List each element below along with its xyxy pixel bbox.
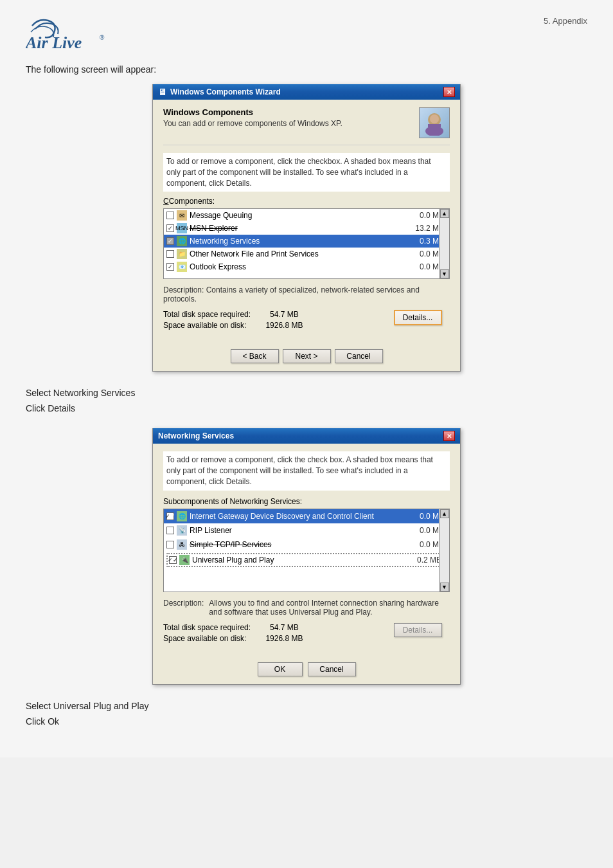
wizard-section-subtitle: You can add or remove components of Wind… bbox=[163, 119, 342, 128]
comp-size-message-queuing: 0.0 MB bbox=[405, 211, 444, 220]
scroll-up-arrow[interactable]: ▲ bbox=[440, 209, 449, 218]
icon-networking-services: 🌐 bbox=[177, 236, 187, 246]
svg-point-4 bbox=[430, 114, 439, 123]
icon-tcpip: 🖧 bbox=[177, 539, 187, 550]
components-label: CComponents: bbox=[163, 197, 450, 206]
logo: Air Live ® bbox=[26, 13, 109, 51]
comp-name-igddcc: Internet Gateway Device Discovery and Co… bbox=[190, 512, 403, 521]
checkbox-igddcc[interactable]: ✓ bbox=[166, 512, 174, 520]
net-scroll-down[interactable]: ▼ bbox=[440, 583, 449, 592]
cancel-button[interactable]: Cancel bbox=[335, 349, 383, 363]
svg-rect-5 bbox=[428, 124, 441, 127]
wizard-description: Description: Contains a variety of speci… bbox=[163, 285, 450, 303]
checkbox-tcpip[interactable] bbox=[166, 541, 174, 548]
back-button[interactable]: < Back bbox=[231, 349, 279, 363]
subcomp-item-tcpip[interactable]: 🖧 Simple TCP/IP Services 0.0 MB bbox=[164, 538, 449, 552]
subcomponents-list[interactable]: ✓ 🌐 Internet Gateway Device Discovery an… bbox=[163, 509, 450, 592]
component-item-other-network[interactable]: 📁 Other Network File and Print Services … bbox=[164, 248, 449, 260]
disk-available-value: 1926.8 MB bbox=[265, 321, 303, 330]
disk-space-section: Total disk space required: 54.7 MB Space… bbox=[163, 310, 450, 330]
networking-services-dialog: Networking Services ✕ To add or remove a… bbox=[152, 428, 461, 684]
disk-available-label: Space available on disk: bbox=[163, 321, 246, 330]
net-details-button[interactable]: Details... bbox=[394, 623, 442, 637]
icon-igddcc: 🌐 bbox=[177, 511, 187, 521]
icon-upnp: 🔌 bbox=[179, 555, 190, 565]
checkbox-networking-services[interactable]: ✓ bbox=[166, 237, 174, 245]
next-button[interactable]: Next > bbox=[283, 349, 331, 363]
details-button[interactable]: Details... bbox=[394, 310, 442, 325]
net-desc-text: Allows you to find and control Internet … bbox=[209, 599, 450, 617]
component-item-outlook-express[interactable]: 📧 Outlook Express 0.0 MB bbox=[164, 260, 449, 273]
instruction-networking: Select Networking Services bbox=[26, 388, 587, 398]
net-scroll-track bbox=[440, 518, 449, 583]
scroll-down-arrow[interactable]: ▼ bbox=[440, 269, 449, 278]
net-disk-required-value: 54.7 MB bbox=[270, 623, 299, 632]
instruction-upnp: Select Universal Plug and Play bbox=[26, 701, 587, 711]
networking-title-label: Networking Services bbox=[158, 431, 234, 440]
wizard-section-title: Windows Components bbox=[163, 107, 342, 117]
icon-other-network: 📁 bbox=[177, 249, 187, 259]
comp-size-igddcc: 0.0 MB bbox=[405, 512, 444, 521]
windows-components-wizard-dialog: 🖥 Windows Components Wizard ✕ Windows Co… bbox=[152, 84, 461, 372]
component-item-msn-explorer[interactable]: MSN MSN Explorer 13.2 MB bbox=[164, 222, 449, 235]
net-disk-info: Total disk space required: 54.7 MB Space… bbox=[163, 623, 386, 643]
icon-outlook-express: 📧 bbox=[177, 262, 187, 272]
details-button-area: Details... bbox=[386, 310, 450, 325]
instruction-details: Click Details bbox=[26, 403, 587, 413]
scroll-track bbox=[440, 218, 449, 269]
page-reference: 5. Appendix bbox=[544, 16, 587, 26]
net-scroll-up[interactable]: ▲ bbox=[440, 509, 449, 518]
instruction-ok: Click Ok bbox=[26, 716, 587, 727]
wizard-icon bbox=[419, 107, 450, 138]
comp-size-networking-services: 0.3 MB bbox=[405, 237, 444, 246]
list-scrollbar[interactable]: ▲ ▼ bbox=[439, 209, 449, 278]
net-description-section: Description: Allows you to find and cont… bbox=[163, 599, 450, 617]
checkbox-upnp[interactable]: ✓ bbox=[169, 556, 177, 564]
disk-required-value: 54.7 MB bbox=[270, 310, 299, 319]
comp-name-upnp: Universal Plug and Play bbox=[192, 556, 400, 565]
checkbox-message-queuing[interactable] bbox=[166, 212, 174, 219]
net-desc-label: Description: bbox=[163, 599, 204, 617]
subcomp-item-rip[interactable]: 📡 RIP Listener 0.0 MB bbox=[164, 523, 449, 538]
networking-close-button[interactable]: ✕ bbox=[443, 431, 455, 441]
wizard-close-button[interactable]: ✕ bbox=[443, 87, 455, 97]
comp-size-outlook-express: 0.0 MB bbox=[405, 262, 444, 271]
svg-text:Air Live: Air Live bbox=[26, 33, 82, 51]
net-disk-available-label: Space available on disk: bbox=[163, 634, 246, 643]
components-list[interactable]: ✉ Message Queuing 0.0 MB MSN MSN Explore… bbox=[163, 208, 450, 279]
comp-size-msn-explorer: 13.2 MB bbox=[405, 224, 444, 233]
wizard-title-label: Windows Components Wizard bbox=[170, 87, 281, 96]
comp-size-other-network: 0.0 MB bbox=[405, 249, 444, 258]
net-cancel-button[interactable]: Cancel bbox=[308, 662, 356, 676]
subcomp-item-igddcc[interactable]: ✓ 🌐 Internet Gateway Device Discovery an… bbox=[164, 509, 449, 523]
intro-text: The following screen will appear: bbox=[26, 64, 587, 75]
comp-size-tcpip: 0.0 MB bbox=[405, 540, 444, 549]
icon-message-queuing: ✉ bbox=[177, 210, 187, 221]
subcomp-item-upnp[interactable]: ✓ 🔌 Universal Plug and Play 0.2 MB bbox=[166, 553, 447, 567]
component-item-networking-services[interactable]: ✓ 🌐 Networking Services 0.3 MB bbox=[164, 235, 449, 248]
comp-name-rip: RIP Listener bbox=[190, 526, 403, 535]
wizard-titlebar: 🖥 Windows Components Wizard ✕ bbox=[153, 84, 460, 100]
comp-size-rip: 0.0 MB bbox=[405, 526, 444, 535]
comp-name-tcpip: Simple TCP/IP Services bbox=[190, 540, 403, 549]
svg-point-3 bbox=[425, 126, 443, 136]
net-ok-button[interactable]: OK bbox=[258, 662, 303, 676]
svg-text:®: ® bbox=[100, 34, 105, 41]
wizard-title: 🖥 Windows Components Wizard bbox=[158, 87, 281, 97]
networking-instruction: To add or remove a component, click the … bbox=[163, 451, 450, 490]
checkbox-other-network[interactable] bbox=[166, 250, 174, 258]
comp-name-networking-services: Networking Services bbox=[190, 237, 403, 246]
wizard-footer: < Back Next > Cancel bbox=[153, 344, 460, 371]
comp-name-message-queuing: Message Queuing bbox=[190, 211, 403, 220]
component-item-message-queuing[interactable]: ✉ Message Queuing 0.0 MB bbox=[164, 209, 449, 222]
icon-msn-explorer: MSN bbox=[177, 223, 187, 233]
checkbox-outlook-express[interactable] bbox=[166, 263, 174, 271]
checkbox-msn-explorer[interactable] bbox=[166, 224, 174, 232]
net-disk-available-value: 1926.8 MB bbox=[265, 634, 303, 643]
checkbox-rip[interactable] bbox=[166, 527, 174, 534]
icon-rip: 📡 bbox=[177, 525, 187, 536]
net-list-scrollbar[interactable]: ▲ ▼ bbox=[439, 509, 449, 592]
comp-name-outlook-express: Outlook Express bbox=[190, 262, 403, 271]
subcomponents-label: Subcomponents of Networking Services: bbox=[163, 497, 450, 506]
disk-space-info: Total disk space required: 54.7 MB Space… bbox=[163, 310, 386, 330]
